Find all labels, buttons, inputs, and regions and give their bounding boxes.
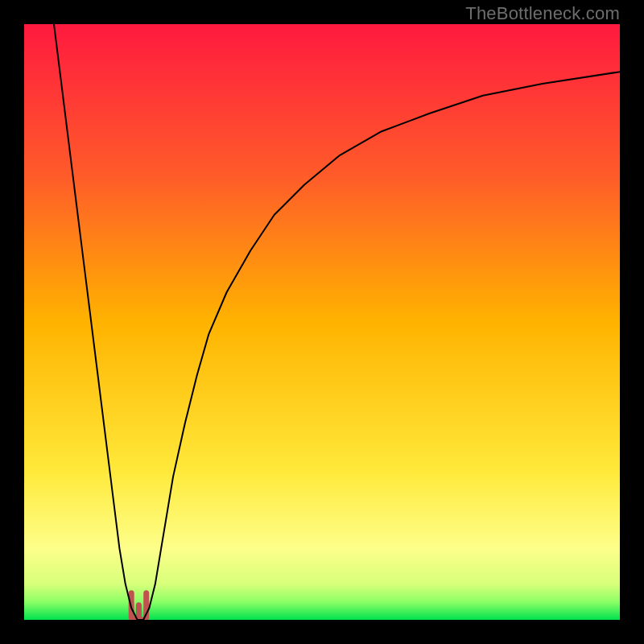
watermark-text: TheBottleneck.com [465,3,620,24]
gradient-background [24,24,620,620]
plot-area [24,24,620,620]
chart-frame: TheBottleneck.com [0,0,644,644]
chart-svg [24,24,620,620]
